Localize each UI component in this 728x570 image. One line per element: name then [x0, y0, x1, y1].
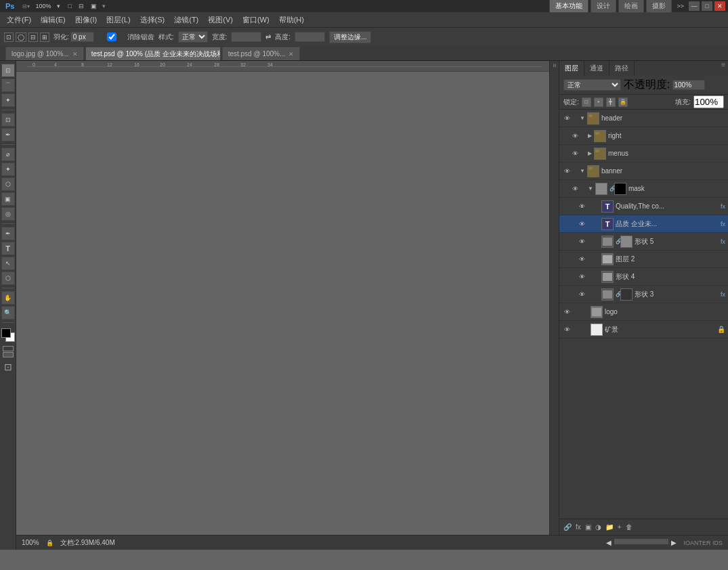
layer-2[interactable]: 👁 图层 2: [559, 250, 728, 268]
sel-row[interactable]: ⊟: [28, 32, 38, 42]
layer-eye-s3[interactable]: 👁: [577, 290, 586, 299]
tab-test-psd[interactable]: test.psd @ 100% (品质 企业未来的决战场和永恒的主题, RGB/…: [85, 47, 221, 60]
win-close[interactable]: ✕: [714, 1, 725, 11]
layer-delete-btn[interactable]: 🗑: [626, 523, 633, 531]
tool-type[interactable]: T: [1, 242, 15, 255]
layer-eye-banner[interactable]: 👁: [562, 167, 572, 176]
tab-logo-close[interactable]: ✕: [72, 51, 78, 58]
layer-background[interactable]: 👁 矿景 🔒: [559, 321, 728, 338]
tool-marquee[interactable]: ⊡: [1, 64, 15, 77]
layer-new-btn[interactable]: +: [618, 523, 622, 531]
foreground-color-swatch[interactable]: [1, 328, 11, 338]
panel-tab-layers[interactable]: 图层: [559, 61, 584, 76]
view-btn-2[interactable]: ⊟: [76, 3, 87, 9]
layer-mask[interactable]: 👁 ▼ 🔗 mask: [559, 180, 728, 198]
win-maximize[interactable]: □: [702, 1, 712, 11]
view-btn-1[interactable]: □: [66, 3, 74, 9]
layer-adj-btn[interactable]: ◑: [595, 523, 601, 531]
lock-icon-transparent[interactable]: □: [582, 97, 591, 107]
lock-icon-all[interactable]: ╋: [606, 97, 616, 107]
blend-mode-select[interactable]: 正常: [563, 79, 621, 91]
layer-link-btn[interactable]: 🔗: [563, 523, 572, 531]
tool-magic-wand[interactable]: ✦: [1, 93, 15, 107]
collapse-btn[interactable]: ≡: [551, 64, 558, 67]
feather-input[interactable]: [70, 32, 94, 42]
layer-expand-banner[interactable]: ▼: [580, 168, 585, 174]
color-swatch-area[interactable]: [1, 328, 15, 343]
layer-eye-btext[interactable]: 👁: [577, 219, 586, 229]
status-nav-right[interactable]: ▶: [671, 539, 677, 546]
tool-stamp[interactable]: ✦: [1, 162, 15, 176]
tool-shape[interactable]: ⬡: [1, 271, 15, 285]
tab-test-psd2[interactable]: test.psd @ 100%... ✕: [222, 47, 301, 60]
tool-blur[interactable]: ◎: [1, 207, 15, 221]
layer-brand-text[interactable]: 👁 T 品质 企业未... fx: [559, 215, 728, 233]
panel-tab-channels[interactable]: 通道: [584, 61, 609, 76]
tool-eraser[interactable]: ⬡: [1, 177, 15, 191]
width-input[interactable]: [231, 32, 261, 42]
layer-eye-qtext[interactable]: 👁: [577, 202, 586, 211]
layer-menus[interactable]: 👁 ▶ menus: [559, 145, 728, 162]
more-workspaces-btn[interactable]: >>: [674, 3, 687, 9]
layer-eye-s4[interactable]: 👁: [577, 272, 586, 282]
layer-right[interactable]: 👁 ▶ right: [559, 127, 728, 145]
fill-input[interactable]: [693, 95, 724, 108]
sel-col[interactable]: ⊞: [40, 32, 49, 42]
layer-shape5[interactable]: 👁 🔗 形状 5 fx: [559, 233, 728, 250]
style-select[interactable]: 正常: [178, 31, 208, 43]
menu-filter[interactable]: 滤镜(T): [170, 14, 202, 26]
status-scrollbar[interactable]: [614, 539, 668, 544]
menu-layer[interactable]: 图层(L): [102, 14, 134, 26]
workspace-btn-paint[interactable]: 绘画: [618, 0, 644, 13]
win-minimize[interactable]: —: [689, 1, 700, 11]
menu-file[interactable]: 文件(F): [3, 14, 35, 26]
layer-quality-text[interactable]: 👁 T Quality,The co... fx: [559, 198, 728, 215]
layer-eye-l2[interactable]: 👁: [577, 255, 586, 264]
layer-eye-bg[interactable]: 👁: [562, 325, 572, 334]
workspace-btn-photo[interactable]: 摄影: [646, 0, 672, 13]
zoom-dropdown[interactable]: ▾: [54, 3, 63, 9]
layer-group-btn[interactable]: 📁: [605, 523, 614, 531]
tool-path-select[interactable]: ↖: [1, 257, 15, 270]
adjust-edge-btn[interactable]: 调整边缘...: [329, 31, 371, 43]
view-btn-3[interactable]: ▣: [88, 3, 100, 9]
layer-logo[interactable]: 👁 logo: [559, 303, 728, 321]
tab-test2-close[interactable]: ✕: [288, 51, 294, 58]
screen-mode-btn[interactable]: ⊡: [4, 361, 12, 372]
standard-mode[interactable]: [3, 346, 14, 351]
layer-eye-header[interactable]: 👁: [562, 114, 572, 123]
menu-window[interactable]: 窗口(W): [238, 14, 274, 26]
tool-gradient[interactable]: ▣: [1, 192, 15, 206]
layer-expand-right[interactable]: ▶: [588, 133, 592, 139]
layer-expand-menus[interactable]: ▶: [588, 150, 592, 156]
workspace-btn-design[interactable]: 设计: [591, 0, 616, 13]
layer-eye-s5[interactable]: 👁: [577, 237, 586, 246]
status-nav-left[interactable]: ◀: [606, 539, 612, 546]
layer-shape4[interactable]: 👁 形状 4: [559, 268, 728, 286]
tool-crop[interactable]: ⊡: [1, 113, 15, 127]
menu-edit[interactable]: 编辑(E): [37, 14, 70, 26]
tool-hand[interactable]: ✋: [1, 291, 15, 305]
antialias-checkbox[interactable]: [98, 32, 125, 41]
quick-mask-mode[interactable]: [3, 352, 14, 357]
panel-options-btn[interactable]: ≡: [719, 61, 728, 76]
sel-ellipse[interactable]: ◯: [16, 32, 26, 42]
layer-eye-mask[interactable]: 👁: [570, 184, 580, 194]
tab-logo[interactable]: logo.jpg @ 100%... ✕: [5, 47, 84, 60]
layer-expand-header[interactable]: ▼: [580, 115, 585, 121]
antialias-check[interactable]: 消除锯齿: [98, 32, 154, 42]
layer-eye-right[interactable]: 👁: [570, 131, 580, 141]
layer-header[interactable]: 👁 ▼ header: [559, 110, 728, 127]
layer-eye-logo[interactable]: 👁: [562, 307, 572, 317]
menu-select[interactable]: 选择(S): [136, 14, 169, 26]
lock-icon-position[interactable]: +: [594, 97, 603, 107]
layer-expand-mask[interactable]: ▼: [588, 185, 593, 192]
tool-eyedropper[interactable]: ✒: [1, 128, 15, 141]
height-input[interactable]: [295, 32, 325, 42]
lock-icon-lock[interactable]: 🔒: [618, 97, 628, 107]
tool-zoom[interactable]: 🔍: [1, 306, 15, 320]
layer-mask-btn[interactable]: ▣: [585, 523, 591, 531]
tool-pen[interactable]: ✒: [1, 227, 15, 240]
opacity-input[interactable]: [672, 80, 705, 90]
tool-brush[interactable]: ⌀: [1, 148, 15, 161]
